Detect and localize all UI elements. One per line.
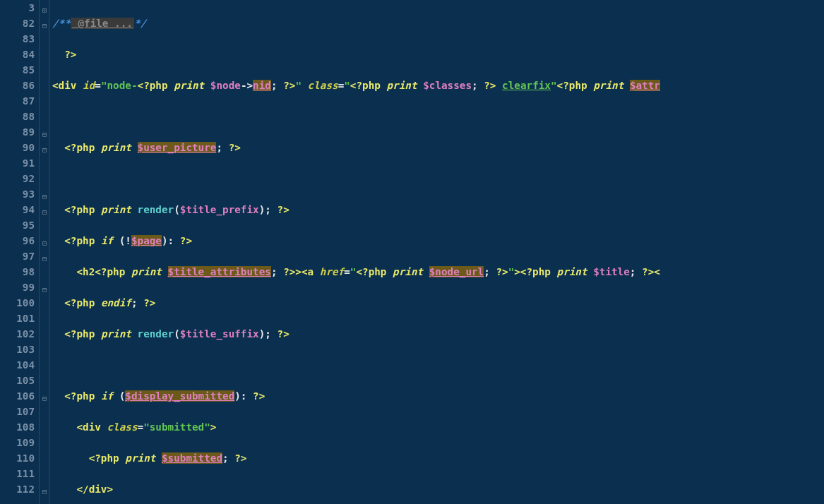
fold-marker-icon[interactable]: ⊟ <box>41 205 48 220</box>
fold-marker-icon[interactable]: ⊟ <box>41 484 48 500</box>
fold-marker-icon[interactable]: ⊟ <box>41 18 48 34</box>
code-line: <?php print render($title_suffix); ?> <box>52 326 824 342</box>
code-line <box>52 357 824 373</box>
code-line: <div id="node-<?php print $node->nid; ?>… <box>52 78 824 93</box>
fold-gutter: ⊞⊟⊟⊟⊟⊟⊟⊟⊟⊟⊟ <box>40 0 49 504</box>
code-line: <h2<?php print $title_attributes; ?>><a … <box>52 264 824 280</box>
fold-marker-icon[interactable]: ⊞ <box>41 3 48 18</box>
code-line: </div> <box>52 481 824 497</box>
code-line: ?> <box>52 47 824 62</box>
code-line: <?php endif; ?> <box>52 295 824 311</box>
code-line: <div class="submitted"> <box>52 419 824 435</box>
code-line <box>52 171 824 186</box>
fold-marker-icon[interactable]: ⊟ <box>41 391 48 407</box>
code-line: <?php print $submitted; ?> <box>52 450 824 466</box>
code-line: <?php if ($display_submitted): ?> <box>52 388 824 404</box>
fold-marker-icon[interactable]: ⊟ <box>41 251 48 267</box>
fold-marker-icon[interactable]: ⊟ <box>41 189 48 205</box>
code-editor[interactable]: /** @file ...*/ ?> <div id="node-<?php p… <box>49 0 824 504</box>
line-number-gutter: 3 82 83 84 85 86 87 88 89 90 91 92 93 94… <box>0 0 40 504</box>
code-line: <?php print render($title_prefix); ?> <box>52 202 824 217</box>
fold-marker-icon[interactable]: ⊟ <box>41 127 48 143</box>
fold-marker-icon[interactable]: ⊟ <box>41 236 48 251</box>
folded-region[interactable]: @file ... <box>71 18 134 29</box>
fold-marker-icon[interactable]: ⊟ <box>41 282 48 298</box>
fold-marker-icon[interactable]: ⊟ <box>41 143 48 158</box>
code-line: <?php if (!$page): ?> <box>52 233 824 248</box>
code-line: /** @file ...*/ <box>52 16 824 31</box>
code-line <box>52 109 824 124</box>
code-line: <?php print $user_picture; ?> <box>52 140 824 155</box>
